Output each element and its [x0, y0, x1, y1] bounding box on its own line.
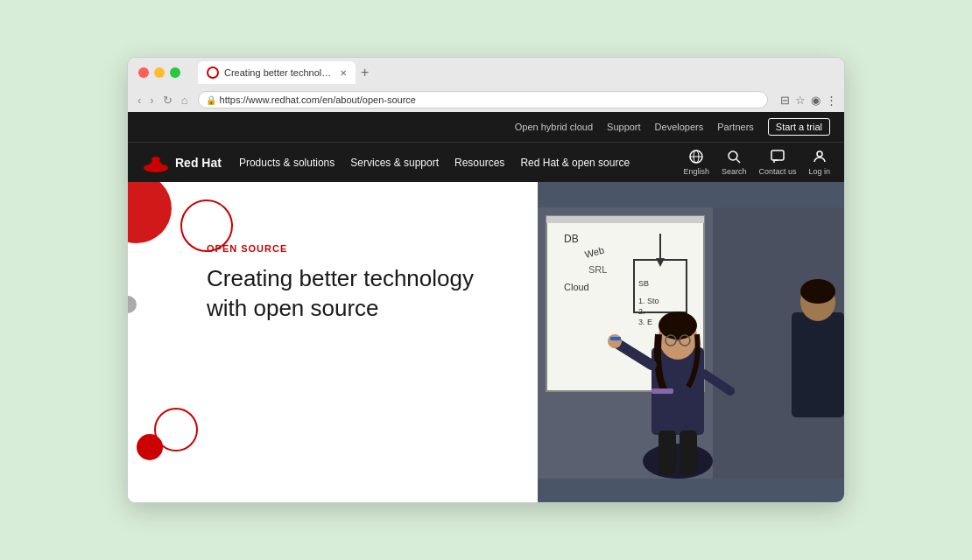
- star-icon[interactable]: ☆: [795, 94, 806, 107]
- svg-point-29: [659, 312, 697, 340]
- main-nav-links: Products & solutions Services & support …: [239, 157, 683, 169]
- svg-text:1. Sto: 1. Sto: [638, 297, 659, 305]
- hero-title: Creating better technology with open sou…: [207, 264, 487, 324]
- nav-icons: English Search: [683, 150, 830, 176]
- nav-buttons: ‹ › ↻ ⌂: [135, 92, 191, 108]
- back-button[interactable]: ‹: [135, 92, 144, 108]
- reload-button[interactable]: ↻: [160, 92, 175, 108]
- traffic-lights: [138, 67, 180, 78]
- search-trigger[interactable]: Search: [722, 150, 747, 176]
- svg-point-2: [151, 157, 160, 162]
- browser-chrome: Creating better technology wit... ✕ + ‹ …: [128, 58, 844, 112]
- url-text: https://www.redhat.com/en/about/open-sou…: [220, 94, 416, 105]
- browser-titlebar: Creating better technology wit... ✕ +: [128, 58, 844, 88]
- tab-title: Creating better technology wit...: [224, 67, 333, 78]
- top-nav-item-cloud[interactable]: Open hybrid cloud: [515, 122, 593, 132]
- tab-favicon: [207, 66, 219, 79]
- hero-section: OPEN SOURCE Creating better technology w…: [128, 182, 844, 503]
- svg-rect-42: [652, 388, 673, 394]
- lock-icon: 🔒: [206, 95, 216, 105]
- top-nav-item-trial[interactable]: Start a trial: [768, 118, 830, 136]
- new-tab-button[interactable]: +: [361, 66, 369, 80]
- deco-circle-gray-mid: [128, 296, 137, 313]
- logo-text: Red Hat: [175, 156, 222, 170]
- nav-link-products[interactable]: Products & solutions: [239, 157, 335, 169]
- tab-close-icon[interactable]: ✕: [340, 68, 347, 78]
- top-utility-nav: Open hybrid cloud Support Developers Par…: [128, 112, 844, 142]
- nav-link-resources[interactable]: Resources: [454, 157, 504, 169]
- forward-button[interactable]: ›: [147, 92, 156, 108]
- top-nav-item-developers[interactable]: Developers: [655, 122, 704, 132]
- website-content: Open hybrid cloud Support Developers Par…: [128, 112, 844, 503]
- svg-rect-33: [659, 430, 676, 474]
- eyebrow-label: OPEN SOURCE: [207, 243, 511, 254]
- minimize-button[interactable]: [154, 67, 165, 78]
- svg-rect-3: [147, 166, 165, 169]
- search-icon: [727, 150, 741, 166]
- deco-circle-red-bottom: [137, 434, 163, 460]
- top-nav-item-support[interactable]: Support: [607, 122, 641, 132]
- bookmarks-icon[interactable]: ⊟: [780, 94, 790, 107]
- svg-point-31: [608, 334, 622, 348]
- svg-rect-41: [610, 337, 621, 340]
- user-icon: [813, 150, 827, 166]
- svg-text:SRL: SRL: [588, 264, 607, 275]
- svg-point-40: [800, 279, 835, 304]
- address-bar[interactable]: 🔒 https://www.redhat.com/en/about/open-s…: [198, 91, 768, 108]
- chat-icon: [771, 150, 785, 166]
- contact-button[interactable]: Contact us: [758, 150, 796, 176]
- svg-point-7: [729, 151, 737, 160]
- language-selector[interactable]: English: [683, 150, 709, 176]
- logo-area: Red Hat: [142, 152, 222, 173]
- browser-window: Creating better technology wit... ✕ + ‹ …: [127, 57, 845, 503]
- maximize-button[interactable]: [170, 67, 180, 78]
- hero-image: DB Web SRL Cloud SB: [538, 182, 844, 503]
- svg-point-26: [643, 444, 713, 479]
- svg-rect-34: [680, 430, 697, 474]
- hero-left: OPEN SOURCE Creating better technology w…: [128, 182, 538, 503]
- scene-illustration: DB Web SRL Cloud SB: [538, 182, 844, 503]
- svg-line-8: [736, 159, 740, 163]
- profile-icon[interactable]: ◉: [811, 94, 821, 107]
- deco-circle-ring-bottom: [154, 408, 198, 452]
- nav-link-opensource[interactable]: Red Hat & open source: [520, 157, 630, 169]
- contact-label: Contact us: [758, 167, 796, 176]
- nav-link-services[interactable]: Services & support: [350, 157, 439, 169]
- login-button[interactable]: Log in: [808, 150, 830, 176]
- svg-rect-14: [546, 216, 704, 223]
- redhat-logo[interactable]: Red Hat: [142, 152, 222, 173]
- svg-text:Cloud: Cloud: [564, 282, 589, 292]
- search-label: Search: [722, 167, 747, 176]
- svg-point-0: [208, 68, 217, 77]
- active-tab[interactable]: Creating better technology wit... ✕: [198, 61, 356, 84]
- close-button[interactable]: [138, 67, 149, 78]
- language-label: English: [683, 167, 709, 176]
- browser-actions: ⊟ ☆ ◉ ⋮: [780, 94, 837, 107]
- top-nav-item-partners[interactable]: Partners: [717, 122, 754, 132]
- hat-logo-icon: [142, 152, 170, 173]
- svg-rect-9: [771, 150, 784, 160]
- globe-icon: [689, 150, 703, 166]
- tab-bar: Creating better technology wit... ✕ +: [198, 61, 834, 84]
- svg-text:SB: SB: [638, 279, 649, 288]
- home-button[interactable]: ⌂: [179, 92, 191, 108]
- hero-right: DB Web SRL Cloud SB: [538, 182, 844, 503]
- svg-rect-38: [792, 312, 844, 417]
- svg-text:3. E: 3. E: [638, 318, 652, 326]
- menu-icon[interactable]: ⋮: [826, 94, 837, 107]
- browser-addressbar: ‹ › ↻ ⌂ 🔒 https://www.redhat.com/en/abou…: [128, 88, 844, 112]
- main-navigation: Red Hat Products & solutions Services & …: [128, 142, 844, 182]
- svg-text:2.: 2.: [638, 307, 645, 316]
- login-label: Log in: [808, 167, 830, 176]
- svg-point-10: [817, 151, 822, 157]
- svg-text:DB: DB: [564, 233, 579, 245]
